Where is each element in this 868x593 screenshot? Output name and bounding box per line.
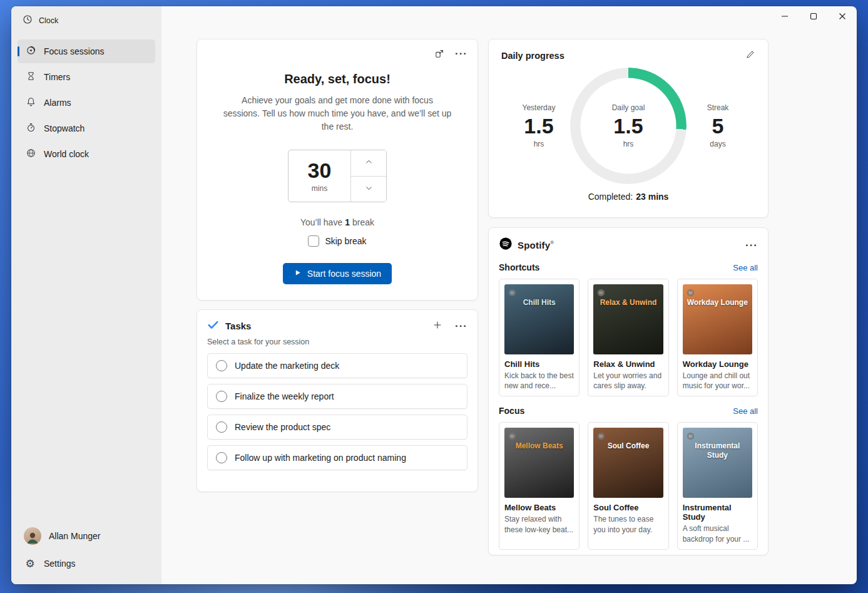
playlist-desc: Kick back to the best new and rece... [504,371,574,391]
user-name: Allan Munger [49,531,101,541]
playlist-card-instrumental-study[interactable]: Instrumental Study Instrumental Study A … [677,422,758,549]
titlebar [161,6,857,34]
ellipsis-icon: ··· [455,48,467,59]
task-radio[interactable] [216,391,227,402]
break-prefix: You’ll have [300,217,342,227]
playlist-card-chill-hits[interactable]: Chill Hits Chill Hits Kick back to the b… [499,279,580,396]
sidebar-item-focus-sessions[interactable]: Focus sessions [18,39,155,63]
playlist-name: Mellow Beats [504,503,574,512]
playlist-cover-title: Soul Coffee [596,441,660,451]
tasks-more-button[interactable]: ··· [455,321,467,331]
task-label: Follow up with marketing on product nami… [235,453,406,463]
section-title: Shortcuts [499,262,539,272]
section-title: Focus [499,406,524,416]
task-row[interactable]: Finalize the weekly report [207,384,467,409]
content: ··· Ready, set, focus! Achieve your goal… [161,34,857,584]
yesterday-label: Yesterday [515,103,563,112]
main-area: ··· Ready, set, focus! Achieve your goal… [161,6,857,584]
clock-app-icon [23,14,33,27]
shortcuts-see-all-link[interactable]: See all [733,263,758,272]
start-focus-session-button[interactable]: Start focus session [283,263,392,284]
playlist-desc: The tunes to ease you into your day. [593,514,663,534]
stepper-buttons [351,150,386,202]
playlist-desc: A soft musical backdrop for your ... [683,523,752,544]
playlist-name: Chill Hits [504,359,574,369]
tasks-subtitle: Select a task for your session [207,338,467,346]
sidebar-item-stopwatch[interactable]: Stopwatch [18,116,155,140]
clock-app-window: Clock Focus sessions Timers Alarms [11,6,857,584]
minimize-button[interactable] [770,6,799,26]
chevron-down-icon [365,184,373,194]
app-title: Clock [39,16,58,25]
focus-sessions-icon [26,45,36,58]
playlist-card-workday-lounge[interactable]: Workday Lounge Workday Lounge Lounge and… [677,279,758,396]
sidebar-item-alarms[interactable]: Alarms [18,91,155,115]
focus-subtitle: Achieve your goals and get more done wit… [222,94,452,133]
sidebar-item-label: World clock [44,149,89,159]
playlist-cover-title: Workday Lounge [685,298,750,307]
playlist-card-soul-coffee[interactable]: Soul Coffee Soul Coffee The tunes to eas… [588,422,668,549]
plus-icon [432,320,442,332]
focus-see-all-link[interactable]: See all [733,406,758,416]
playlist-cover-title: Instrumental Study [685,441,750,460]
maximize-button[interactable] [799,6,828,26]
yesterday-unit: hrs [515,140,563,148]
sidebar-item-label: Alarms [44,98,71,108]
shortcuts-grid: Chill Hits Chill Hits Kick back to the b… [499,279,758,396]
more-options-button[interactable]: ··· [455,48,467,59]
close-button[interactable] [828,6,857,26]
sidebar-nav: Focus sessions Timers Alarms Stopwatch [11,38,161,168]
goal-label: Daily goal [612,103,645,112]
playlist-cover-title: Mellow Beats [507,441,571,451]
increase-duration-button[interactable] [351,150,386,176]
sidebar-item-label: Focus sessions [44,46,104,56]
playlist-card-relax-unwind[interactable]: Relax & Unwind Relax & Unwind Let your w… [588,279,668,396]
playlist-cover: Chill Hits [504,284,574,354]
spotify-brand: Spotify® [518,240,554,250]
spotify-card: Spotify® ··· Shortcuts See all Chi [488,227,768,555]
globe-icon [26,148,36,160]
ring-center: Daily goal 1.5 hrs [570,68,687,184]
start-button-label: Start focus session [307,269,381,279]
streak-unit: days [694,140,742,148]
task-row[interactable]: Follow up with marketing on product nami… [207,445,467,470]
goal-value: 1.5 [613,115,643,138]
yesterday-value: 1.5 [515,115,563,138]
task-radio[interactable] [216,452,227,463]
settings-label: Settings [44,559,76,569]
user-profile-item[interactable]: Allan Munger [18,523,155,549]
sidebar-item-world-clock[interactable]: World clock [18,142,155,166]
sidebar-spacer [11,168,161,522]
skip-break-label: Skip break [325,236,366,246]
skip-break-checkbox[interactable] [308,235,319,247]
ellipsis-icon: ··· [745,240,758,250]
break-count: 1 [345,217,350,227]
break-info: You’ll have 1 break [222,217,452,227]
add-task-button[interactable] [432,320,442,332]
sidebar-item-settings[interactable]: ⚙ Settings [18,550,155,577]
playlist-card-mellow-beats[interactable]: Mellow Beats Mellow Beats Stay relaxed w… [499,422,580,549]
tasks-card: Tasks ··· Select a task for your session… [197,309,478,492]
sidebar-item-timers[interactable]: Timers [18,65,155,89]
app-title-row: Clock [11,6,161,35]
playlist-desc: Lounge and chill out music for your wor.… [683,371,752,391]
task-radio[interactable] [216,360,227,371]
decrease-duration-button[interactable] [351,176,386,202]
ellipsis-icon: ··· [455,321,467,331]
duration-value: 30 mins [288,150,351,202]
pencil-icon [745,49,755,61]
playlist-cover: Mellow Beats [504,428,574,498]
playlist-name: Soul Coffee [593,503,663,512]
playlist-name: Workday Lounge [683,359,752,369]
task-row[interactable]: Review the product spec [207,415,467,440]
task-radio[interactable] [216,421,227,433]
completed-value: 23 mins [636,192,668,202]
edit-goal-button[interactable] [745,49,755,61]
spotify-more-button[interactable]: ··· [745,240,758,250]
bell-icon [26,96,36,109]
avatar [24,527,41,545]
task-row[interactable]: Update the marketing deck [207,353,467,378]
break-suffix: break [352,217,374,227]
popout-button[interactable] [434,48,445,59]
playlist-desc: Stay relaxed with these low-key beat... [504,514,574,534]
